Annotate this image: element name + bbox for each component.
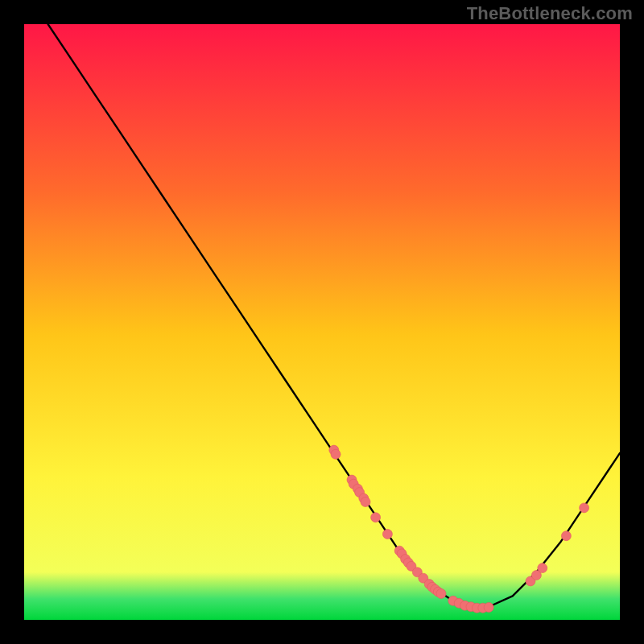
curve-marker <box>331 449 341 459</box>
curve-marker <box>382 529 392 539</box>
plot-area <box>24 24 620 620</box>
bottleneck-chart <box>24 24 620 620</box>
curve-marker <box>580 503 589 513</box>
curve-marker <box>484 602 493 612</box>
curve-marker <box>538 564 547 573</box>
chart-frame: TheBottleneck.com <box>0 0 644 644</box>
watermark-text: TheBottleneck.com <box>467 3 633 24</box>
curve-marker <box>561 531 571 541</box>
curve-marker <box>361 497 370 506</box>
curve-marker <box>436 588 446 598</box>
curve-marker <box>371 513 381 522</box>
gradient-background <box>24 24 620 620</box>
